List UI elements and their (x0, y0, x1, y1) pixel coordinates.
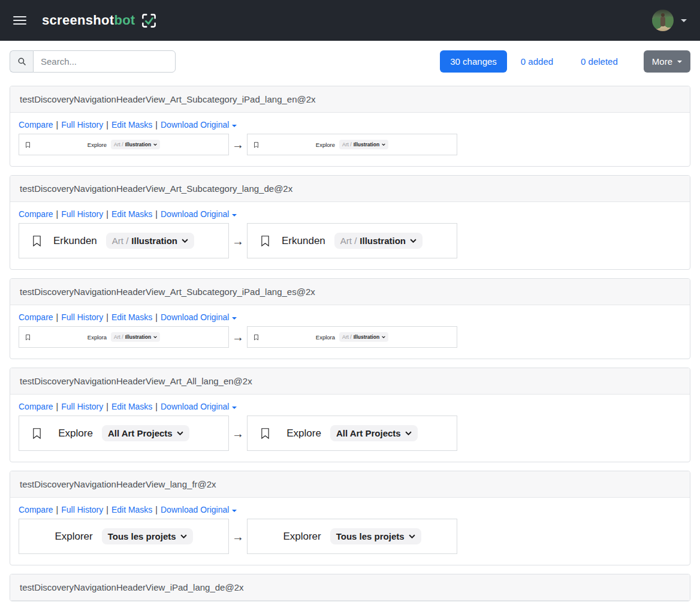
screenshot-after[interactable]: Erkunden Art /Illustration (247, 223, 457, 258)
menu-icon[interactable] (13, 16, 26, 25)
search-input[interactable] (33, 50, 176, 73)
screenshot-before[interactable]: Explora Art /Illustration (19, 326, 229, 348)
arrow-right-icon: → (232, 235, 244, 247)
screenshot-after[interactable]: Explora Art /Illustration (247, 326, 457, 348)
bookmark-icon (260, 427, 270, 440)
test-name-header: testDiscoveryNavigationHeaderView_Art_Su… (10, 279, 690, 305)
test-name: testDiscoveryNavigationHeaderView_iPad_l… (20, 582, 244, 592)
edit-masks-link[interactable]: Edit Masks (111, 209, 152, 219)
category-pill: Art /Illustration (334, 233, 423, 249)
brand-logo[interactable]: screenshotbot (42, 13, 157, 29)
link-separator: | (106, 209, 108, 219)
compare-link[interactable]: Compare (19, 209, 53, 219)
category-pill: Tous les projets (102, 528, 193, 544)
compare-link[interactable]: Compare (19, 120, 53, 130)
bookmark-icon (260, 234, 270, 247)
bookmark-icon (25, 142, 31, 148)
link-separator: | (106, 312, 108, 322)
test-name: testDiscoveryNavigationHeaderView_Art_Su… (20, 94, 316, 104)
bookmark-icon (32, 427, 42, 440)
caret-down-icon (677, 61, 682, 63)
full-history-link[interactable]: Full History (61, 209, 103, 219)
chevron-down-icon (177, 431, 183, 435)
changes-button[interactable]: 30 changes (440, 50, 507, 73)
download-original-link[interactable]: Download Original (161, 312, 237, 322)
compare-link[interactable]: Compare (19, 505, 53, 514)
card-actions: Compare|Full History|Edit Masks|Download… (19, 402, 681, 411)
screenshot-before[interactable]: Explore Art /Illustration (19, 134, 229, 155)
nav-title: Explore (88, 142, 107, 148)
download-original-link[interactable]: Download Original (161, 120, 237, 130)
test-card: testDiscoveryNavigationHeaderView_lang_f… (10, 471, 690, 565)
test-name-header: testDiscoveryNavigationHeaderView_lang_f… (10, 471, 690, 498)
user-avatar[interactable] (652, 10, 674, 31)
category-pill: Art /Illustration (106, 233, 194, 249)
screenshot-before[interactable]: Erkunden Art /Illustration (19, 223, 229, 258)
account-menu-caret-icon[interactable] (681, 19, 687, 22)
category-pill: All Art Projects (330, 425, 418, 441)
category-pill: Art /Illustration (339, 140, 388, 149)
nav-title: Erkunden (282, 235, 325, 247)
caret-down-icon (232, 125, 237, 127)
added-link[interactable]: 0 added (521, 56, 553, 67)
link-separator: | (56, 209, 59, 219)
screenshot-before[interactable]: Explore All Art Projects (19, 416, 229, 451)
edit-masks-link[interactable]: Edit Masks (111, 120, 152, 130)
link-separator: | (155, 312, 158, 322)
test-name-header: testDiscoveryNavigationHeaderView_Art_Su… (10, 176, 690, 202)
before-after-row: Explore Art /Illustration → Explore Art … (19, 134, 681, 155)
download-original-link[interactable]: Download Original (161, 402, 237, 411)
arrow-right-icon: → (232, 428, 244, 440)
category-pill: Art /Illustration (111, 140, 160, 149)
nav-title: Explore (316, 142, 335, 148)
screenshot-after[interactable]: Explore All Art Projects (247, 416, 457, 451)
edit-masks-link[interactable]: Edit Masks (111, 402, 152, 411)
card-actions: Compare|Full History|Edit Masks|Download… (19, 505, 681, 514)
test-name-header: testDiscoveryNavigationHeaderView_Art_Al… (10, 368, 690, 395)
full-history-link[interactable]: Full History (61, 120, 103, 130)
compare-link[interactable]: Compare (19, 312, 53, 322)
link-separator: | (56, 120, 59, 130)
test-name: testDiscoveryNavigationHeaderView_Art_Su… (20, 287, 315, 297)
link-separator: | (56, 312, 59, 322)
nav-title: Erkunden (53, 235, 97, 247)
nav-title: Explore (58, 428, 93, 440)
caret-down-icon (232, 407, 237, 409)
bookmark-icon (32, 234, 42, 247)
full-history-link[interactable]: Full History (61, 402, 103, 411)
more-button[interactable]: More (644, 50, 690, 73)
download-original-link[interactable]: Download Original (161, 209, 237, 219)
edit-masks-link[interactable]: Edit Masks (111, 505, 152, 514)
download-original-link[interactable]: Download Original (161, 505, 237, 514)
checkmark-logo-icon (141, 13, 157, 29)
test-name: testDiscoveryNavigationHeaderView_Art_Al… (20, 376, 252, 386)
before-after-row: Erkunden Art /Illustration → Erkunden Ar… (19, 223, 681, 258)
screenshot-after[interactable]: Explore Art /Illustration (247, 134, 457, 155)
before-after-row: Explora Art /Illustration → Explora Art … (19, 326, 681, 348)
compare-link[interactable]: Compare (19, 402, 53, 411)
test-name: testDiscoveryNavigationHeaderView_lang_f… (20, 479, 216, 489)
test-card: testDiscoveryNavigationHeaderView_Art_Su… (10, 86, 690, 167)
test-card: testDiscoveryNavigationHeaderView_Art_Al… (10, 368, 690, 462)
screenshot-after[interactable]: Explorer Tous les projets (247, 519, 457, 554)
caret-down-icon (232, 214, 237, 216)
chevron-down-icon (409, 534, 415, 538)
full-history-link[interactable]: Full History (61, 505, 103, 514)
test-card: testDiscoveryNavigationHeaderView_iPad_l… (10, 574, 690, 601)
chevron-down-icon (182, 239, 188, 243)
deleted-link[interactable]: 0 deleted (581, 56, 618, 67)
test-name-header: testDiscoveryNavigationHeaderView_Art_Su… (10, 86, 690, 113)
test-name-header: testDiscoveryNavigationHeaderView_iPad_l… (10, 574, 690, 601)
nav-title: Explorer (55, 531, 92, 543)
chevron-down-icon (410, 239, 417, 243)
link-separator: | (106, 120, 108, 130)
arrow-right-icon: → (232, 331, 244, 343)
full-history-link[interactable]: Full History (61, 312, 103, 322)
edit-masks-link[interactable]: Edit Masks (111, 312, 152, 322)
top-navbar: screenshotbot (0, 0, 700, 41)
chevron-down-icon (382, 336, 385, 338)
category-pill: Art /Illustration (111, 332, 160, 342)
link-separator: | (56, 402, 59, 411)
screenshot-before[interactable]: Explorer Tous les projets (19, 519, 229, 554)
bookmark-icon (254, 142, 259, 148)
